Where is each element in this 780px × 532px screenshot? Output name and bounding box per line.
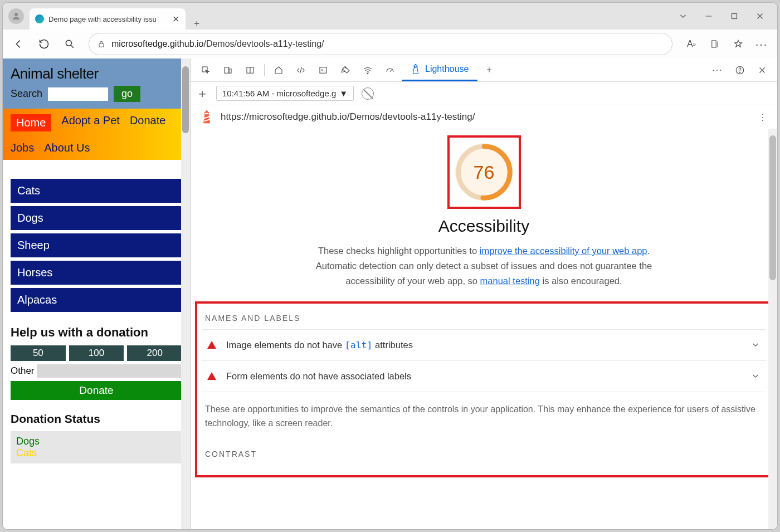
- category-link[interactable]: Horses: [11, 261, 182, 285]
- dock-icon[interactable]: [240, 60, 261, 81]
- site-title: Animal shelter: [11, 65, 182, 82]
- browser-toolbar: microsoftedge.github.io/Demos/devtools-a…: [3, 30, 777, 58]
- amount-option[interactable]: 200: [127, 345, 182, 361]
- url-text: microsoftedge.github.io/Demos/devtools-a…: [111, 39, 324, 49]
- profile-avatar[interactable]: [3, 3, 30, 30]
- category-link[interactable]: Sheep: [11, 233, 182, 257]
- svg-point-2: [66, 40, 71, 46]
- new-tab-button[interactable]: ＋: [186, 18, 208, 30]
- lock-icon: [97, 40, 106, 48]
- category-link[interactable]: Dogs: [11, 206, 182, 230]
- performance-tab-icon[interactable]: [379, 60, 401, 81]
- close-devtools-icon[interactable]: [752, 60, 773, 81]
- category-heading: Accessibility: [191, 217, 777, 236]
- lighthouse-tab-label: Lighthouse: [425, 64, 469, 74]
- devtools-panel: Lighthouse ＋ ··· ＋ 10:41:56 AM - microso…: [190, 58, 777, 529]
- audit-group-title: CONTRAST: [202, 450, 766, 465]
- amount-option[interactable]: 50: [11, 345, 66, 361]
- tab-title: Demo page with accessibility issu: [48, 15, 167, 23]
- devtools-scrollbar[interactable]: [768, 129, 777, 529]
- lighthouse-subtoolbar: ＋ 10:41:56 AM - microsoftedge.g▼: [191, 82, 777, 105]
- nav-adopt[interactable]: Adopt a Pet: [61, 114, 120, 131]
- network-tab-icon[interactable]: [357, 60, 378, 81]
- close-tab-icon[interactable]: ✕: [171, 14, 180, 23]
- category-link[interactable]: Alpacas: [11, 288, 182, 312]
- sources-tab-icon[interactable]: [335, 60, 356, 81]
- status-cats: Cats: [16, 447, 177, 459]
- help-icon[interactable]: [729, 60, 750, 81]
- svg-point-10: [367, 73, 368, 74]
- search-label: Search: [11, 88, 42, 100]
- favorite-icon[interactable]: [727, 33, 749, 55]
- donate-button[interactable]: Donate: [11, 381, 182, 400]
- report-selector[interactable]: 10:41:56 AM - microsoftedge.g▼: [216, 86, 354, 101]
- audit-group-description: These are opportunities to improve the s…: [202, 392, 766, 431]
- devtools-menu-icon[interactable]: ···: [707, 60, 728, 81]
- search-input[interactable]: [48, 87, 108, 101]
- title-bar: Demo page with accessibility issu ✕ ＋: [3, 3, 777, 30]
- read-aloud-icon[interactable]: A»: [680, 33, 703, 55]
- page-scrollbar[interactable]: [181, 58, 190, 529]
- minimize-icon[interactable]: [696, 5, 722, 27]
- collections-icon[interactable]: [704, 33, 726, 55]
- welcome-tab-icon[interactable]: [268, 60, 289, 81]
- new-report-icon[interactable]: ＋: [196, 85, 208, 102]
- elements-tab-icon[interactable]: [290, 60, 311, 81]
- inspect-icon[interactable]: [195, 60, 216, 81]
- svg-rect-3: [99, 43, 104, 47]
- lighthouse-beacon-icon: [201, 110, 213, 124]
- audit-group-title: NAMES AND LABELS: [202, 314, 766, 329]
- svg-point-0: [14, 13, 18, 16]
- other-amount-input[interactable]: [37, 364, 182, 378]
- svg-rect-1: [732, 14, 737, 19]
- donation-heading: Help us with a donation: [11, 325, 182, 340]
- go-button[interactable]: go: [114, 86, 140, 102]
- maximize-icon[interactable]: [722, 5, 747, 27]
- console-tab-icon[interactable]: [313, 60, 334, 81]
- edge-icon: [35, 14, 44, 23]
- lighthouse-tab[interactable]: Lighthouse: [402, 59, 477, 81]
- main-nav: Home Adopt a Pet Donate Jobs About Us: [3, 109, 190, 160]
- devtools-tabstrip: Lighthouse ＋ ···: [191, 58, 777, 82]
- back-button[interactable]: [7, 33, 30, 55]
- status-heading: Donation Status: [11, 412, 182, 426]
- device-icon[interactable]: [217, 60, 238, 81]
- chevron-down-icon: [750, 371, 760, 381]
- close-window-icon[interactable]: [747, 5, 773, 27]
- chevron-down-icon[interactable]: [670, 5, 696, 27]
- manual-testing-link[interactable]: manual testing: [480, 276, 540, 286]
- nav-donate[interactable]: Donate: [130, 114, 166, 131]
- other-label: Other: [11, 365, 35, 377]
- warning-icon: [207, 341, 216, 349]
- search-button[interactable]: [58, 33, 81, 55]
- improve-link[interactable]: improve the accessibility of your web ap…: [480, 246, 647, 256]
- amount-option[interactable]: 100: [69, 345, 124, 361]
- more-tabs-icon[interactable]: ＋: [479, 60, 500, 81]
- lighthouse-icon: [411, 64, 421, 75]
- refresh-button[interactable]: [33, 33, 55, 55]
- svg-rect-6: [225, 67, 229, 73]
- nav-jobs[interactable]: Jobs: [11, 141, 34, 154]
- page-content: Animal shelter Search go Home Adopt a Pe…: [3, 58, 190, 529]
- chevron-down-icon: [750, 340, 760, 350]
- report-menu-icon[interactable]: ⋮: [758, 112, 767, 123]
- audit-item[interactable]: Image elements do not have [alt] attribu…: [202, 330, 766, 361]
- browser-tab[interactable]: Demo page with accessibility issu ✕: [30, 8, 186, 30]
- category-description: These checks highlight opportunities to …: [311, 243, 657, 289]
- nav-home[interactable]: Home: [11, 114, 51, 131]
- svg-rect-14: [205, 113, 209, 114]
- nav-about[interactable]: About Us: [44, 141, 90, 154]
- address-bar[interactable]: microsoftedge.github.io/Demos/devtools-a…: [89, 33, 672, 55]
- warning-icon: [207, 372, 216, 380]
- audits-highlight: NAMES AND LABELS Image elements do not h…: [195, 301, 773, 477]
- clear-all-icon[interactable]: [362, 87, 374, 100]
- svg-rect-4: [712, 41, 716, 47]
- svg-rect-7: [229, 69, 231, 73]
- tested-url: https://microsoftedge.github.io/Demos/de…: [221, 111, 475, 123]
- audit-item[interactable]: Form elements do not have associated lab…: [202, 361, 766, 392]
- category-link[interactable]: Cats: [11, 179, 182, 203]
- score-highlight: 76: [447, 135, 521, 209]
- svg-rect-11: [414, 66, 417, 68]
- svg-point-13: [739, 72, 740, 72]
- menu-icon[interactable]: ···: [750, 33, 773, 55]
